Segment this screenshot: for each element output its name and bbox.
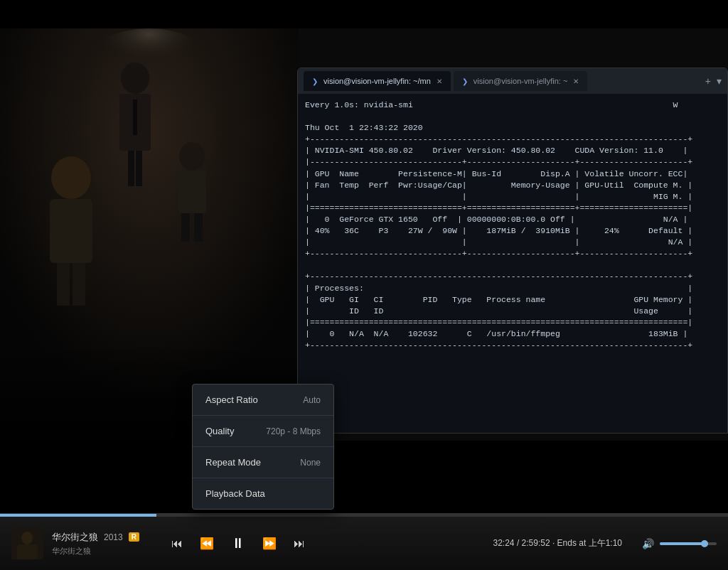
svg-point-2 <box>179 142 205 171</box>
svg-point-6 <box>121 63 149 94</box>
movie-background <box>0 0 299 441</box>
menu-item-aspect-ratio[interactable]: Aspect Ratio Auto <box>193 385 333 416</box>
forward-button[interactable]: ⏩ <box>259 534 279 553</box>
menu-item-repeat-mode[interactable]: Repeat Mode None <box>193 447 333 478</box>
terminal-tab-1-close[interactable]: ✕ <box>437 77 442 85</box>
terminal-tab-1-label: vision@vision-vm-jellyfin: ~/mn <box>323 77 431 85</box>
black-bar-top <box>0 0 728 28</box>
svg-rect-3 <box>178 171 206 213</box>
current-time: 32:24 <box>493 538 515 548</box>
menu-value-repeat-mode: None <box>300 458 321 468</box>
menu-label-repeat-mode: Repeat Mode <box>205 457 261 468</box>
time-separator: / <box>517 538 522 548</box>
time-dash: · <box>552 538 557 548</box>
prev-button[interactable]: ⏮ <box>168 534 186 553</box>
player-title: 华尔街之狼 <box>52 531 98 544</box>
menu-item-playback-data[interactable]: Playback Data <box>193 478 333 509</box>
terminal-tab-2-label: vision@vision-vm-jellyfin: ~ <box>473 77 568 85</box>
total-time: 2:59:52 <box>522 538 550 548</box>
svg-rect-5 <box>194 213 203 242</box>
player-thumbnail <box>11 527 43 559</box>
volume-icon[interactable]: 🔊 <box>642 538 654 549</box>
menu-value-quality: 720p - 8 Mbps <box>266 426 321 436</box>
context-menu: Aspect Ratio Auto Quality 720p - 8 Mbps … <box>192 384 334 510</box>
volume-thumb <box>701 540 708 547</box>
svg-rect-18 <box>17 544 38 559</box>
svg-point-11 <box>51 156 91 199</box>
terminal-tab-actions: + ▾ <box>705 75 722 87</box>
player-info: 华尔街之狼 2013 R 华尔街之狼 <box>52 531 151 556</box>
menu-label-quality: Quality <box>205 426 234 436</box>
play-pause-button[interactable]: ⏸ <box>228 532 248 554</box>
terminal-tab-bar: ❯ vision@vision-vm-jellyfin: ~/mn ✕ ❯ vi… <box>298 68 727 94</box>
volume-area: 🔊 <box>642 538 717 549</box>
ends-at: Ends at 上午1:10 <box>557 538 622 548</box>
player-bar: 华尔街之狼 2013 R 华尔街之狼 ⏮ ⏪ ⏸ ⏩ ⏭ 32:24 / 2:5… <box>0 513 728 570</box>
progress-bar[interactable] <box>0 514 728 517</box>
svg-rect-4 <box>181 213 190 242</box>
menu-value-aspect-ratio: Auto <box>303 395 321 405</box>
new-tab-icon[interactable]: + <box>705 75 711 87</box>
svg-rect-8 <box>128 151 134 186</box>
next-button[interactable]: ⏭ <box>291 534 308 553</box>
terminal-tab-2[interactable]: ❯ vision@vision-vm-jellyfin: ~ ✕ <box>454 71 588 91</box>
terminal-window: ❯ vision@vision-vm-jellyfin: ~/mn ✕ ❯ vi… <box>297 68 728 434</box>
svg-rect-9 <box>136 151 142 186</box>
terminal-tab-1[interactable]: ❯ vision@vision-vm-jellyfin: ~/mn ✕ <box>304 71 451 91</box>
player-rating: R <box>129 532 139 542</box>
terminal-tab-2-close[interactable]: ✕ <box>573 77 579 85</box>
video-area: ❯ vision@vision-vm-jellyfin: ~/mn ✕ ❯ vi… <box>0 0 728 441</box>
player-controls: 华尔街之狼 2013 R 华尔街之狼 ⏮ ⏪ ⏸ ⏩ ⏭ 32:24 / 2:5… <box>0 517 728 570</box>
volume-slider[interactable] <box>660 542 717 545</box>
menu-label-aspect-ratio: Aspect Ratio <box>205 394 258 405</box>
menu-item-quality[interactable]: Quality 720p - 8 Mbps <box>193 416 333 447</box>
player-subtitle: 华尔街之狼 <box>52 546 151 556</box>
player-year: 2013 <box>104 532 123 542</box>
terminal-icon-1: ❯ <box>312 77 318 85</box>
menu-label-playback-data: Playback Data <box>205 488 265 499</box>
svg-rect-10 <box>133 100 137 135</box>
svg-point-17 <box>21 532 33 544</box>
thumb-svg <box>11 527 43 559</box>
svg-point-1 <box>92 28 206 85</box>
dropdown-icon[interactable]: ▾ <box>717 75 722 87</box>
progress-bar-fill <box>0 514 156 517</box>
time-display: 32:24 / 2:59:52 · Ends at 上午1:10 <box>493 537 623 549</box>
terminal-body: Every 1.0s: nvidia-smi W Thu Oct 1 22:43… <box>298 94 727 433</box>
scene-svg <box>0 0 299 441</box>
terminal-icon-2: ❯ <box>462 77 468 85</box>
svg-rect-14 <box>73 263 85 306</box>
player-buttons: ⏮ ⏪ ⏸ ⏩ ⏭ <box>168 532 308 554</box>
player-title-row: 华尔街之狼 2013 R <box>52 531 151 544</box>
svg-rect-13 <box>57 263 70 306</box>
player-thumb-inner <box>11 527 43 559</box>
svg-rect-12 <box>50 199 92 263</box>
rewind-button[interactable]: ⏪ <box>197 534 217 553</box>
